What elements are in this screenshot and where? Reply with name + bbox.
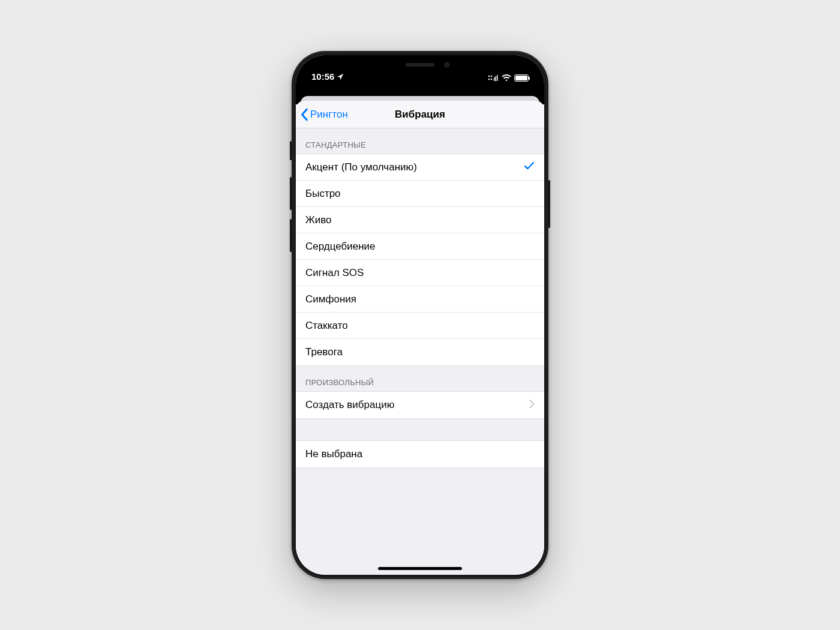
vibration-option-alarm[interactable]: Тревога	[296, 339, 544, 365]
vibration-option-sos[interactable]: Сигнал SOS	[296, 260, 544, 286]
home-indicator[interactable]	[378, 567, 462, 570]
cell-label: Не выбрана	[305, 448, 362, 460]
cell-label: Сердцебиение	[305, 241, 376, 253]
page-title: Вибрация	[395, 109, 445, 121]
section-header-custom: ПРОИЗВОЛЬНЫЙ	[296, 366, 544, 391]
back-button[interactable]: Рингтон	[301, 101, 348, 128]
vibration-option-staccato[interactable]: Стаккато	[296, 313, 544, 339]
power-button	[548, 180, 550, 228]
location-icon	[337, 73, 344, 80]
cell-label: Создать вибрацию	[305, 399, 394, 411]
volume-up-button	[290, 177, 292, 210]
mute-switch	[290, 141, 292, 160]
phone-bezel: 10:56	[296, 55, 544, 575]
vibration-option-accent[interactable]: Акцент (По умолчанию)	[296, 154, 544, 181]
status-gap	[296, 84, 544, 94]
volume-down-button	[290, 219, 292, 252]
cell-label: Быстро	[305, 188, 341, 200]
screen: 10:56	[296, 55, 544, 575]
status-bar-left: 10:56	[311, 71, 344, 82]
content-scroll[interactable]: СТАНДАРТНЫЕ Акцент (По умолчанию) Быстро…	[296, 128, 544, 575]
vibration-option-symphony[interactable]: Симфония	[296, 286, 544, 313]
notch	[361, 55, 479, 74]
chevron-left-icon	[301, 108, 309, 121]
vibration-option-heartbeat[interactable]: Сердцебиение	[296, 233, 544, 260]
svg-point-1	[491, 76, 493, 77]
speaker-grille	[406, 63, 434, 67]
battery-icon	[514, 74, 529, 82]
svg-rect-5	[496, 76, 497, 81]
status-bar-right	[488, 74, 529, 82]
svg-rect-4	[494, 77, 495, 81]
back-label: Рингтон	[310, 109, 348, 121]
cell-label: Акцент (По умолчанию)	[305, 161, 417, 173]
navigation-bar: Рингтон Вибрация	[296, 101, 544, 128]
status-time: 10:56	[311, 71, 334, 82]
phone-frame: 10:56	[292, 51, 548, 579]
wifi-icon	[502, 74, 511, 82]
vibration-option-alert[interactable]: Живо	[296, 207, 544, 233]
svg-point-3	[491, 79, 493, 80]
create-vibration-button[interactable]: Создать вибрацию	[296, 392, 544, 418]
cell-label: Симфония	[305, 293, 356, 305]
none-group: Не выбрана	[296, 440, 544, 468]
chevron-right-icon	[529, 399, 535, 411]
svg-point-0	[488, 76, 490, 77]
svg-point-2	[488, 79, 490, 80]
vibration-option-rapid[interactable]: Быстро	[296, 181, 544, 207]
cell-label: Сигнал SOS	[305, 267, 364, 279]
cell-label: Стаккато	[305, 320, 348, 332]
custom-vibrations-group: Создать вибрацию	[296, 391, 544, 419]
section-header-standard: СТАНДАРТНЫЕ	[296, 128, 544, 154]
svg-rect-6	[497, 75, 498, 81]
dual-sim-icon	[488, 74, 499, 82]
vibration-option-none[interactable]: Не выбрана	[296, 441, 544, 467]
standard-vibrations-group: Акцент (По умолчанию) Быстро Живо Сердце…	[296, 154, 544, 366]
checkmark-icon	[524, 161, 535, 173]
front-camera	[444, 62, 450, 68]
cell-label: Тревога	[305, 346, 343, 358]
cell-label: Живо	[305, 214, 332, 226]
